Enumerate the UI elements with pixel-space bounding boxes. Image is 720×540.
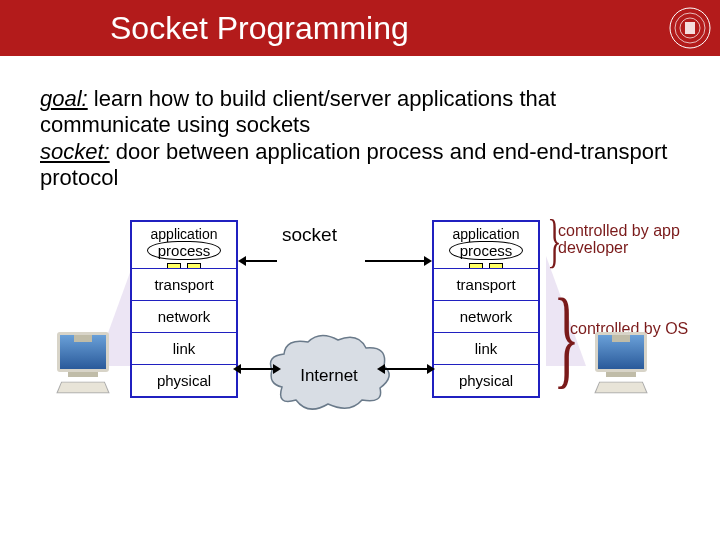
physical-layer: physical [132, 364, 236, 396]
computer-icon [48, 332, 118, 412]
application-layer: application process [434, 222, 538, 268]
svg-rect-3 [685, 22, 695, 34]
transport-layer: transport [434, 268, 538, 300]
protocol-stack-right: application process transport network li… [432, 220, 540, 398]
link-layer: link [434, 332, 538, 364]
goal-label: goal: [40, 86, 88, 111]
process-oval: process [147, 241, 222, 260]
link-layer: link [132, 332, 236, 364]
protocol-stack-left: application process transport network li… [130, 220, 238, 398]
socket-def-text: door between application process and end… [40, 139, 667, 190]
arrow-icon [245, 260, 277, 262]
socket-center-label: socket [282, 224, 337, 246]
application-label: application [132, 226, 236, 242]
socket-def-label: socket: [40, 139, 110, 164]
process-oval: process [449, 241, 524, 260]
arrow-icon [384, 368, 428, 370]
internet-cloud-icon: Internet [264, 332, 394, 412]
slide-title: Socket Programming [110, 10, 409, 47]
network-layer: network [434, 300, 538, 332]
application-layer: application process [132, 222, 236, 268]
goal-paragraph: goal: learn how to build client/server a… [0, 56, 720, 192]
transport-layer: transport [132, 268, 236, 300]
network-layer: network [132, 300, 236, 332]
annotation-app-developer: controlled by app developer [558, 222, 720, 257]
physical-layer: physical [434, 364, 538, 396]
socket-diagram: application process transport network li… [0, 212, 720, 492]
title-bar: Socket Programming [0, 0, 720, 56]
application-label: application [434, 226, 538, 242]
arrow-icon [240, 368, 274, 370]
computer-icon [586, 332, 656, 412]
goal-text: learn how to build client/server applica… [40, 86, 556, 137]
arrow-icon [365, 260, 425, 262]
cornell-seal-icon [668, 6, 712, 50]
internet-label: Internet [264, 366, 394, 386]
